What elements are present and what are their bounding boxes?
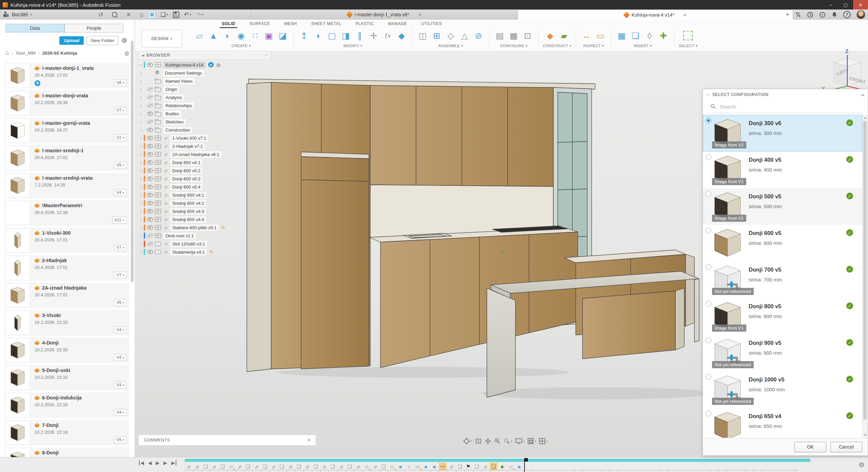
browser-node-label[interactable]: Sketches (163, 119, 185, 125)
file-list-item[interactable]: 7-Donji 10.2.2026. 22:16 V5▾ (5, 420, 129, 446)
file-list-item[interactable]: 2-Hladnjak 20.4.2026. 17:01 V7▾ (5, 255, 129, 281)
browser-row[interactable]: › Construction (138, 126, 271, 134)
visibility-eye-icon[interactable] (147, 225, 153, 230)
ribbon-tool[interactable]: ↔ (580, 29, 593, 42)
scrollbar[interactable]: ▲ ▼ (862, 115, 868, 438)
tab-data[interactable]: Data (5, 24, 64, 33)
ribbon-tool[interactable]: ◆ (395, 29, 408, 42)
ribbon-tool[interactable]: ✚ (657, 29, 670, 42)
version-badge[interactable]: V11▾ (112, 217, 126, 223)
timeline-play[interactable]: ▶ (156, 460, 160, 466)
visibility-eye-icon[interactable] (147, 201, 153, 205)
expand-chevron[interactable]: › (138, 184, 144, 190)
version-badge[interactable]: V6▾ (114, 299, 126, 306)
browser-row[interactable]: › ∞ 1-Visoki-300 v7:1 (138, 134, 271, 142)
browser-row[interactable]: › ∞ Srednji 600 v4:2 (138, 199, 271, 207)
timeline-feature-icon[interactable] (371, 463, 379, 471)
version-badge[interactable]: V6▾ (114, 79, 126, 86)
timeline-feature-icon[interactable] (236, 463, 243, 471)
timeline-feature-icon[interactable] (227, 463, 235, 471)
configuration-option[interactable]: Donji 650 v4 sirina: 650 mm ✓ (703, 408, 862, 438)
visibility-eye-icon[interactable] (147, 217, 153, 221)
ribbon-tool[interactable]: ⊘ (472, 29, 485, 42)
visibility-eye-icon[interactable] (147, 87, 153, 91)
group-label[interactable]: MODIFY▾ (343, 44, 362, 48)
configuration-option[interactable]: Donji 600 v5 sirina: 600 mm ✓ (703, 225, 862, 261)
expand-chevron[interactable]: › (138, 79, 144, 84)
timeline-feature-icon[interactable] (397, 463, 404, 471)
group-label[interactable]: CONSTRUCT▾ (543, 44, 571, 48)
display-settings-tool[interactable]: ▾ (515, 438, 525, 445)
ribbon-tab[interactable]: PLASTIC (355, 20, 374, 27)
configuration-option[interactable]: Image from V1 Donji 500 v5 sirina: 500 m… (703, 188, 862, 225)
ribbon-tool[interactable]: ▰ (558, 29, 570, 42)
timeline-feature-icon[interactable] (193, 463, 201, 471)
new-folder-button[interactable]: New Folder (87, 36, 118, 45)
timeline-go-to-start[interactable]: ◀ (139, 460, 144, 466)
timeline-feature-icon[interactable] (202, 463, 209, 471)
browser-node-label[interactable]: Construction (163, 127, 192, 133)
file-list-item[interactable]: !-master-srednji-1 20.4.2026. 17:02 V5▾ (5, 145, 129, 171)
timeline-feature-icon[interactable] (380, 463, 387, 471)
expand-chevron[interactable]: › (138, 241, 144, 247)
scroll-up-arrow[interactable]: ▲ (863, 116, 868, 119)
ribbon-tool[interactable]: ▦ (508, 29, 520, 42)
expand-chevron[interactable]: › (138, 160, 144, 165)
file-list-item[interactable]: 6-Donji-indukcija 10.2.2026. 22:16 V4▾ (5, 392, 129, 418)
browser-node-label[interactable]: 1-Visoki-300 v7:1 (170, 135, 208, 141)
timeline-position-marker[interactable] (524, 458, 525, 472)
file-list-item[interactable]: !MasterParametri 20.4.2026. 12:16 V11▾ (5, 200, 129, 226)
timeline-feature-icon[interactable] (270, 463, 277, 471)
expand-chevron[interactable]: › (138, 127, 144, 133)
browser-node-label[interactable]: Stakleni-400-plitki v5:1 (170, 224, 219, 231)
version-badge[interactable]: V4▾ (114, 189, 126, 196)
visibility-eye-icon[interactable] (147, 95, 153, 99)
pan-tool[interactable] (485, 438, 491, 445)
browser-node-label[interactable]: Otok-novi v1:1 (163, 233, 196, 239)
expand-chevron[interactable]: › (138, 103, 144, 108)
gear-icon[interactable]: ⚙ (121, 37, 127, 44)
version-badge[interactable]: V5▾ (114, 162, 126, 169)
expand-chevron[interactable]: › (138, 87, 144, 92)
expand-chevron[interactable]: › (138, 176, 144, 181)
comments-bar[interactable]: COMMENTS + (138, 435, 316, 446)
ribbon-tool[interactable]: ∥ (354, 29, 366, 42)
breadcrumb-root[interactable]: Stan_MM (16, 51, 36, 56)
radio-button[interactable] (706, 264, 711, 270)
ribbon-tool[interactable] (683, 31, 693, 40)
timeline-feature-icon[interactable] (303, 463, 311, 471)
scrollbar-thumb[interactable] (863, 121, 867, 419)
ribbon-tool[interactable]: ▤ (494, 29, 506, 42)
collapse-panel-icon[interactable]: ◂◂ (141, 53, 144, 58)
history-clock-icon[interactable] (819, 12, 826, 18)
browser-row[interactable]: › Otok-novi v1:1 (138, 232, 271, 240)
timeline-feature-icon[interactable] (490, 463, 497, 471)
version-badge[interactable]: V7▾ (114, 107, 126, 114)
ribbon-tool[interactable]: ◨ (340, 29, 352, 42)
timeline-feature-icon[interactable] (354, 463, 362, 471)
browser-node-label[interactable]: Donji 600 v5:2 (170, 168, 202, 174)
job-status-clock-icon[interactable] (807, 12, 813, 18)
version-badge[interactable]: V7▾ (114, 244, 126, 251)
home-button[interactable]: ⌂ (140, 11, 143, 18)
file-menu-button[interactable]: ❏▾ (160, 11, 168, 18)
expand-chevron[interactable]: › (138, 119, 144, 124)
file-list-item[interactable]: 4-Donji 10.2.2026. 22:15 V4▾ (5, 337, 129, 363)
minimize-panel-icon[interactable]: − (265, 53, 268, 58)
browser-row[interactable]: › Bodies (138, 110, 271, 118)
version-badge[interactable]: V4▾ (114, 354, 126, 361)
ok-button[interactable]: OK (794, 442, 826, 452)
visibility-eye-icon[interactable] (147, 185, 153, 189)
ribbon-tool[interactable]: ◇ (445, 29, 457, 42)
add-comment-icon[interactable]: + (307, 437, 311, 444)
team-selector[interactable]: Boc385 ▾ (3, 9, 32, 20)
timeline-feature-icon[interactable] (498, 463, 506, 471)
browser-node-label[interactable]: Srednji 600 v4:3 (170, 208, 206, 215)
visibility-eye-icon[interactable] (147, 128, 153, 132)
browser-node-label[interactable]: Document Settings (163, 70, 204, 76)
visibility-eye-icon[interactable] (147, 234, 153, 238)
timeline-feature-icon[interactable] (253, 463, 260, 471)
user-avatar[interactable] (856, 10, 865, 19)
browser-node-label[interactable]: Srednji 650 v4:1 (170, 192, 206, 198)
grid-snap-tool[interactable]: ▾ (527, 438, 536, 445)
